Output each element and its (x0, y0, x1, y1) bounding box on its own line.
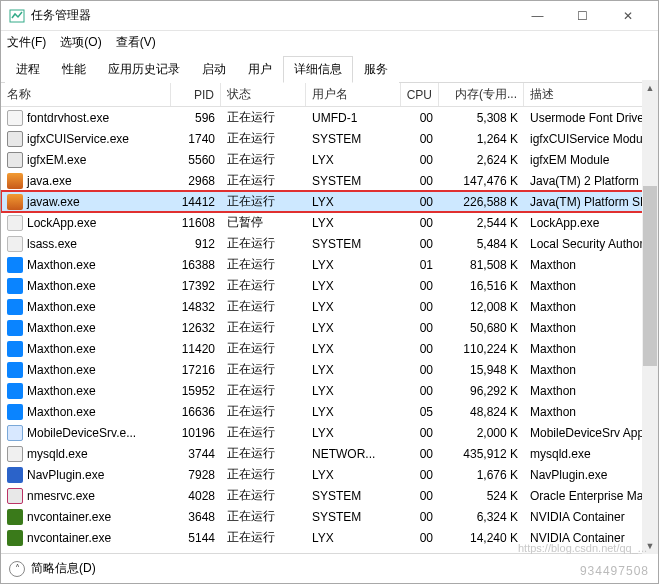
minimize-button[interactable]: — (515, 2, 560, 30)
process-pid: 16636 (171, 401, 221, 422)
process-user: LYX (306, 401, 401, 422)
process-cpu: 00 (401, 233, 439, 254)
process-cpu: 00 (401, 506, 439, 527)
process-user: SYSTEM (306, 128, 401, 149)
chevron-up-icon[interactable]: ˄ (9, 561, 25, 577)
table-row[interactable]: nvcontainer.exe3648正在运行SYSTEM006,324 KNV… (1, 506, 658, 527)
table-row[interactable]: javaw.exe14412正在运行LYX00226,588 KJava(TM)… (1, 191, 658, 212)
table-row[interactable]: Maxthon.exe15952正在运行LYX0096,292 KMaxthon (1, 380, 658, 401)
table-row[interactable]: Maxthon.exe16636正在运行LYX0548,824 KMaxthon (1, 401, 658, 422)
table-row[interactable]: Maxthon.exe12632正在运行LYX0050,680 KMaxthon (1, 317, 658, 338)
process-name: Maxthon.exe (27, 321, 96, 335)
process-user: LYX (306, 149, 401, 170)
process-user: LYX (306, 380, 401, 401)
table-row[interactable]: NavPlugin.exe7928正在运行LYX001,676 KNavPlug… (1, 464, 658, 485)
header-name[interactable]: 名称 (1, 83, 171, 106)
maximize-button[interactable]: ☐ (560, 2, 605, 30)
header-status[interactable]: 状态 (221, 83, 306, 106)
table-row[interactable]: MobileDeviceSrv.e...10196正在运行LYX002,000 … (1, 422, 658, 443)
process-memory: 2,624 K (439, 149, 524, 170)
header-memory[interactable]: 内存(专用... (439, 83, 524, 106)
header-pid[interactable]: PID (171, 83, 221, 106)
table-row[interactable]: java.exe2968正在运行SYSTEM00147,476 KJava(TM… (1, 170, 658, 191)
process-icon (7, 383, 23, 399)
process-description: igfxCUIService Module (524, 128, 658, 149)
table-row[interactable]: igfxEM.exe5560正在运行LYX002,624 KigfxEM Mod… (1, 149, 658, 170)
table-row[interactable]: fontdrvhost.exe596正在运行UMFD-1005,308 KUse… (1, 107, 658, 128)
table-row[interactable]: Maxthon.exe17392正在运行LYX0016,516 KMaxthon (1, 275, 658, 296)
process-status: 正在运行 (221, 464, 306, 485)
process-status: 正在运行 (221, 149, 306, 170)
process-icon (7, 467, 23, 483)
process-cpu: 00 (401, 464, 439, 485)
process-cpu: 00 (401, 149, 439, 170)
process-name: Maxthon.exe (27, 405, 96, 419)
menu-options[interactable]: 选项(O) (60, 34, 101, 51)
process-status: 正在运行 (221, 128, 306, 149)
table-row[interactable]: Maxthon.exe11420正在运行LYX00110,224 KMaxtho… (1, 338, 658, 359)
scroll-thumb[interactable] (643, 186, 657, 366)
process-cpu: 00 (401, 275, 439, 296)
header-user[interactable]: 用户名 (306, 83, 401, 106)
process-pid: 2968 (171, 170, 221, 191)
process-user: SYSTEM (306, 485, 401, 506)
tab-4[interactable]: 用户 (237, 56, 283, 83)
header-cpu[interactable]: CPU (401, 83, 439, 106)
process-memory: 524 K (439, 485, 524, 506)
process-status: 正在运行 (221, 191, 306, 212)
tab-1[interactable]: 性能 (51, 56, 97, 83)
table-row[interactable]: Maxthon.exe14832正在运行LYX0012,008 KMaxthon (1, 296, 658, 317)
process-cpu: 00 (401, 296, 439, 317)
process-cpu: 00 (401, 338, 439, 359)
scroll-up-icon[interactable]: ▲ (642, 80, 658, 96)
process-cpu: 00 (401, 527, 439, 548)
process-user: SYSTEM (306, 170, 401, 191)
fewer-details-link[interactable]: 简略信息(D) (31, 560, 96, 577)
tab-bar: 进程性能应用历史记录启动用户详细信息服务 (1, 55, 658, 83)
table-row[interactable]: mysqld.exe3744正在运行NETWOR...00435,912 Kmy… (1, 443, 658, 464)
process-user: UMFD-1 (306, 107, 401, 128)
tab-5[interactable]: 详细信息 (283, 56, 353, 83)
tab-6[interactable]: 服务 (353, 56, 399, 83)
process-pid: 11608 (171, 212, 221, 233)
table-row[interactable]: nmesrvc.exe4028正在运行SYSTEM00524 KOracle E… (1, 485, 658, 506)
process-name: fontdrvhost.exe (27, 111, 109, 125)
process-icon (7, 425, 23, 441)
content-area: 名称 PID 状态 用户名 CPU 内存(专用... 描述 fontdrvhos… (1, 83, 658, 553)
process-pid: 17392 (171, 275, 221, 296)
process-description: Maxthon (524, 338, 658, 359)
menu-file[interactable]: 文件(F) (7, 34, 46, 51)
process-status: 正在运行 (221, 380, 306, 401)
menu-view[interactable]: 查看(V) (116, 34, 156, 51)
process-status: 正在运行 (221, 485, 306, 506)
process-pid: 912 (171, 233, 221, 254)
process-user: LYX (306, 338, 401, 359)
process-name: igfxEM.exe (27, 153, 86, 167)
process-status: 正在运行 (221, 254, 306, 275)
process-pid: 596 (171, 107, 221, 128)
vertical-scrollbar[interactable]: ▲ ▼ (642, 80, 658, 554)
process-memory: 147,476 K (439, 170, 524, 191)
table-row[interactable]: Maxthon.exe16388正在运行LYX0181,508 KMaxthon (1, 254, 658, 275)
process-description: NavPlugin.exe (524, 464, 658, 485)
process-icon (7, 131, 23, 147)
process-user: NETWOR... (306, 443, 401, 464)
table-row[interactable]: Maxthon.exe17216正在运行LYX0015,948 KMaxthon (1, 359, 658, 380)
process-name: nmesrvc.exe (27, 489, 95, 503)
close-button[interactable]: ✕ (605, 2, 650, 30)
tab-2[interactable]: 应用历史记录 (97, 56, 191, 83)
status-bar: ˄ 简略信息(D) (1, 553, 658, 583)
table-row[interactable]: LockApp.exe11608已暂停LYX002,544 KLockApp.e… (1, 212, 658, 233)
process-description: mysqld.exe (524, 443, 658, 464)
header-description[interactable]: 描述 (524, 83, 658, 106)
table-row[interactable]: igfxCUIService.exe1740正在运行SYSTEM001,264 … (1, 128, 658, 149)
table-row[interactable]: lsass.exe912正在运行SYSTEM005,484 KLocal Sec… (1, 233, 658, 254)
process-icon (7, 257, 23, 273)
process-status: 正在运行 (221, 401, 306, 422)
tab-3[interactable]: 启动 (191, 56, 237, 83)
process-pid: 3744 (171, 443, 221, 464)
process-name: Maxthon.exe (27, 363, 96, 377)
process-memory: 5,484 K (439, 233, 524, 254)
tab-0[interactable]: 进程 (5, 56, 51, 83)
process-cpu: 00 (401, 485, 439, 506)
